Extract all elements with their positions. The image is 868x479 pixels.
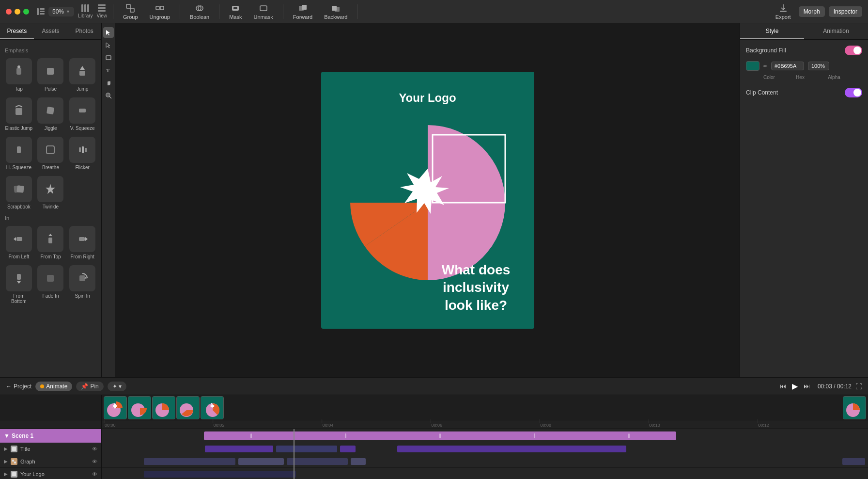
view-button[interactable]: View — [97, 4, 108, 18]
track-your-logo-expand[interactable]: ▶ — [4, 471, 8, 477]
preset-from-left[interactable]: From Left — [4, 224, 34, 261]
emphasis-grid: Tap Pulse Jump — [4, 56, 97, 211]
svg-rect-42 — [17, 274, 21, 280]
track-graph-expand[interactable]: ▶ — [4, 459, 8, 464]
color-swatch[interactable] — [746, 61, 760, 71]
graph-bar-1[interactable] — [144, 458, 235, 465]
svg-rect-43 — [47, 275, 54, 282]
sidebar-toggle[interactable] — [37, 8, 45, 15]
graph-bar-3[interactable] — [287, 458, 348, 465]
preset-flicker-label: Flicker — [75, 165, 89, 170]
bar-handle-mid3[interactable] — [534, 433, 535, 438]
preset-spin-in[interactable]: Spin In — [67, 263, 97, 306]
title-bar-2[interactable] — [276, 446, 337, 452]
svg-rect-0 — [37, 8, 39, 15]
play-button[interactable]: ▶ — [792, 382, 798, 391]
preset-from-bottom[interactable]: From Bottom — [4, 263, 34, 306]
hand-tool[interactable] — [103, 78, 114, 88]
scene-bar[interactable] — [204, 431, 677, 440]
playhead[interactable] — [294, 429, 294, 479]
graph-bar-5[interactable] — [842, 458, 865, 465]
preset-elastic-jump-label: Elastic Jump — [5, 126, 32, 131]
preset-flicker[interactable]: Flicker — [67, 135, 97, 172]
tab-style[interactable]: Style — [740, 23, 804, 39]
tab-animation[interactable]: Animation — [804, 23, 868, 39]
forward-button[interactable]: Forward — [289, 2, 316, 21]
track-your-logo-visibility[interactable]: 👁 — [92, 471, 97, 477]
preset-jiggle[interactable]: Jiggle — [36, 96, 66, 133]
svg-rect-8 — [98, 7, 106, 9]
hex-input[interactable] — [771, 62, 804, 70]
skip-back-button[interactable]: ⏮ — [780, 383, 786, 390]
scene-1-header[interactable]: ▼ Scene 1 — [0, 429, 101, 443]
preset-jump[interactable]: Jump — [67, 56, 97, 94]
magic-button[interactable]: ✦ ▾ — [108, 382, 126, 391]
pin-button[interactable]: 📌 Pin — [76, 382, 103, 391]
unmask-button[interactable]: Unmask — [249, 2, 277, 21]
boolean-button[interactable]: Boolean — [186, 2, 213, 21]
track-graph-visibility[interactable]: 👁 — [92, 459, 97, 464]
rectangle-tool[interactable] — [103, 52, 114, 63]
color-edit-icon[interactable]: ✏ — [763, 64, 767, 69]
morph-button[interactable]: Morph — [799, 6, 825, 17]
track-title[interactable]: ▶ Title 👁 — [0, 443, 101, 455]
preset-scrapbook[interactable]: Scrapbook — [4, 174, 34, 211]
graph-bar-2[interactable] — [238, 458, 284, 465]
preset-pulse[interactable]: Pulse — [36, 56, 66, 94]
preset-twinkle[interactable]: Twinkle — [36, 174, 66, 211]
unmask-label: Unmask — [253, 14, 273, 20]
preset-elastic-jump[interactable]: Elastic Jump — [4, 96, 34, 133]
bg-fill-toggle[interactable] — [845, 46, 862, 55]
maximize-button[interactable] — [23, 9, 29, 15]
clip-content-toggle[interactable] — [845, 88, 862, 97]
graph-bar-4[interactable] — [351, 458, 366, 465]
select-tool[interactable] — [103, 27, 114, 38]
back-to-project-button[interactable]: ← Project — [6, 383, 31, 390]
preset-v-squeeze[interactable]: V. Squeeze — [67, 96, 97, 133]
toolbar-separator-5 — [357, 4, 357, 19]
track-graph[interactable]: ▶ Graph 👁 — [0, 455, 101, 468]
ungroup-button[interactable]: Ungroup — [146, 2, 174, 21]
text-tool[interactable]: T — [103, 65, 114, 76]
title-bar[interactable] — [205, 446, 274, 452]
svg-rect-1 — [40, 8, 45, 10]
preset-from-top[interactable]: From Top — [36, 224, 66, 261]
zoom-control[interactable]: 50% ▼ — [48, 7, 74, 16]
alpha-input[interactable] — [808, 62, 829, 70]
fullscreen-button[interactable]: ⛶ — [855, 383, 862, 390]
tab-assets[interactable]: Assets — [34, 23, 68, 39]
bar-handle-left[interactable] — [250, 433, 252, 438]
group-button[interactable]: Group — [119, 2, 142, 21]
backward-label: Backward — [324, 14, 347, 20]
track-title-visibility[interactable]: 👁 — [92, 446, 97, 452]
preset-h-squeeze[interactable]: H. Squeeze — [4, 135, 34, 172]
direct-select-tool[interactable] — [103, 40, 114, 50]
minimize-button[interactable] — [15, 9, 20, 15]
title-bar-3[interactable] — [340, 446, 355, 452]
backward-button[interactable]: Backward — [320, 2, 351, 21]
timeline-toolbar: ← Project Animate 📌 Pin ✦ ▾ ⏮ ▶ ⏭ 00:03 … — [0, 378, 868, 395]
preset-from-right[interactable]: From Right — [67, 224, 97, 261]
mask-button[interactable]: Mask — [225, 2, 246, 21]
logo-bar-1[interactable] — [144, 471, 296, 478]
skip-forward-button[interactable]: ⏭ — [804, 383, 810, 390]
preset-tap[interactable]: Tap — [4, 56, 34, 94]
title-bar-4[interactable] — [397, 446, 626, 452]
right-panel-content: Background Fill ✏ Color Hex Alpha Clip C… — [740, 40, 868, 109]
export-button[interactable]: Export — [772, 2, 795, 21]
tab-photos[interactable]: Photos — [67, 23, 101, 39]
bar-handle-mid1[interactable] — [345, 433, 346, 438]
inspector-button[interactable]: Inspector — [829, 6, 862, 17]
track-your-logo[interactable]: ▶ Your Logo 👁 — [0, 468, 101, 479]
animate-button[interactable]: Animate — [35, 382, 72, 391]
preset-fade-in[interactable]: Fade In — [36, 263, 66, 306]
zoom-tool[interactable] — [103, 90, 114, 101]
close-button[interactable] — [6, 9, 12, 15]
tab-presets[interactable]: Presets — [0, 23, 34, 39]
preset-breathe[interactable]: Breathe — [36, 135, 66, 172]
track-title-expand[interactable]: ▶ — [4, 446, 8, 451]
zoom-chevron-icon: ▼ — [66, 9, 70, 14]
bar-handle-mid2[interactable] — [439, 433, 441, 438]
bar-handle-right[interactable] — [628, 433, 630, 438]
library-button[interactable]: Library — [78, 4, 93, 18]
